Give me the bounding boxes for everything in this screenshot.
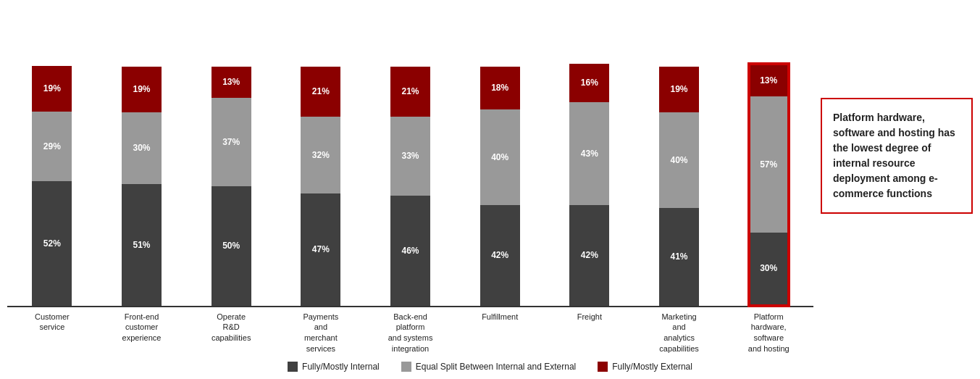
segment-external-platform-hardware: 13% [750, 65, 787, 96]
bar-group-customer-service: 19%29%52% [7, 66, 97, 306]
segment-equal-freight: 43% [569, 102, 609, 205]
segment-internal-payments: 47% [301, 193, 340, 306]
bar-label-marketing: Marketingandanalyticscapabilities [635, 307, 724, 354]
segment-equal-platform-hardware: 57% [750, 96, 787, 233]
bar-label-fulfillment: Fulfillment [455, 307, 545, 354]
legend-color-internal [288, 362, 298, 372]
legend-item-internal: Fully/Mostly Internal [288, 362, 380, 372]
chart-area: 19%29%52%19%30%51%13%37%50%21%32%47%21%3… [7, 14, 973, 354]
bar-group-marketing: 19%40%41% [635, 67, 724, 306]
bars-wrapper: 19%29%52%19%30%51%13%37%50%21%32%47%21%3… [7, 64, 813, 354]
segment-internal-front-end: 51% [122, 184, 162, 306]
segment-internal-customer-service: 52% [32, 181, 72, 306]
bar-group-operate-rd: 13%37%50% [186, 67, 276, 306]
bar-label-front-end: Front-endcustomerexperience [97, 307, 187, 354]
segment-equal-front-end: 30% [122, 112, 162, 184]
bar-group-back-end: 21%33%46% [366, 67, 456, 306]
segment-external-back-end: 21% [390, 67, 430, 117]
legend-color-equal [401, 362, 411, 372]
segment-internal-operate-rd: 50% [212, 186, 251, 306]
segment-equal-payments: 32% [301, 117, 340, 193]
segment-external-operate-rd: 13% [212, 67, 251, 98]
segment-equal-operate-rd: 37% [212, 98, 251, 186]
segment-equal-back-end: 33% [390, 117, 430, 196]
segment-internal-platform-hardware: 30% [750, 233, 787, 304]
labels-row: CustomerserviceFront-endcustomerexperien… [7, 307, 813, 354]
annotation-box: Platform hardware, software and hosting … [821, 98, 973, 214]
segment-equal-fulfillment: 40% [480, 109, 520, 205]
bar-group-freight: 16%43%42% [545, 64, 635, 306]
annotation-text: Platform hardware, software and hosting … [833, 112, 955, 199]
legend-label-internal: Fully/Mostly Internal [302, 362, 380, 372]
legend-label-external: Fully/Mostly External [612, 362, 692, 372]
segment-internal-fulfillment: 42% [480, 205, 520, 306]
segment-internal-back-end: 46% [390, 196, 430, 306]
legend-label-equal: Equal Split Between Internal and Externa… [416, 362, 576, 372]
bar-label-back-end: Back-endplatformand systemsintegration [366, 307, 456, 354]
bar-label-freight: Freight [545, 307, 635, 354]
segment-external-front-end: 19% [122, 67, 162, 112]
segment-external-fulfillment: 18% [480, 67, 520, 109]
bar-group-platform-hardware: 13%57%30% [724, 64, 813, 306]
chart-container: 19%29%52%19%30%51%13%37%50%21%32%47%21%3… [0, 0, 980, 379]
bars-row: 19%29%52%19%30%51%13%37%50%21%32%47%21%3… [7, 64, 813, 306]
bar-label-customer-service: Customerservice [7, 307, 97, 354]
segment-internal-freight: 42% [569, 205, 609, 306]
segment-external-payments: 21% [301, 67, 340, 117]
bar-label-platform-hardware: Platformhardware,softwareand hosting [724, 307, 813, 354]
bar-label-payments: Paymentsandmerchantservices [276, 307, 366, 354]
segment-external-freight: 16% [569, 64, 609, 102]
segment-internal-marketing: 41% [659, 208, 699, 306]
bar-group-fulfillment: 18%40%42% [455, 67, 545, 306]
segment-equal-marketing: 40% [659, 112, 699, 208]
segment-external-marketing: 19% [659, 67, 699, 112]
bar-group-front-end: 19%30%51% [97, 67, 187, 306]
bar-label-operate-rd: OperateR&Dcapabilities [186, 307, 276, 354]
segment-external-customer-service: 19% [32, 66, 72, 112]
bar-group-payments: 21%32%47% [276, 67, 366, 306]
legend-item-equal: Equal Split Between Internal and Externa… [401, 362, 576, 372]
legend-color-external [598, 362, 608, 372]
legend-section: Fully/Mostly InternalEqual Split Between… [7, 362, 973, 372]
legend-item-external: Fully/Mostly External [598, 362, 692, 372]
segment-equal-customer-service: 29% [32, 112, 72, 181]
